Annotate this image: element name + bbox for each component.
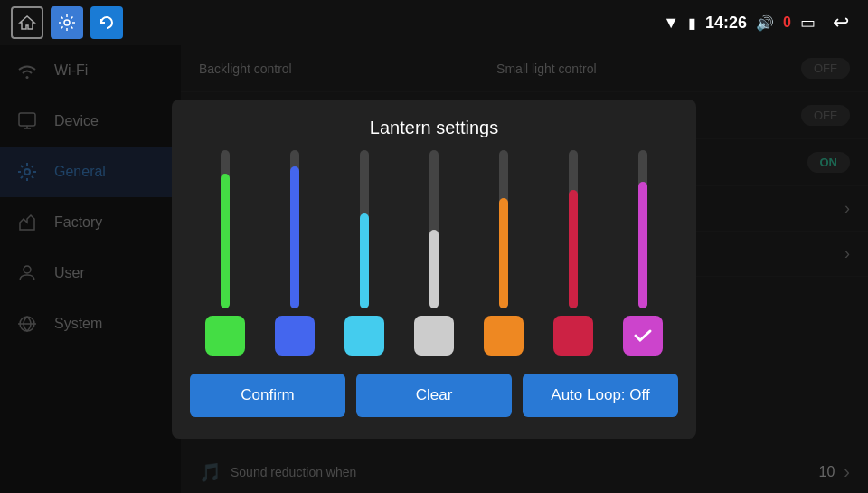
- refresh-icon-button[interactable]: [90, 6, 123, 39]
- home-button[interactable]: [11, 6, 43, 39]
- modal-overlay: Lantern settings: [0, 45, 868, 493]
- status-bar: ▼ ▮ 14:26 🔊 0 ▭ ↩: [0, 0, 868, 45]
- volume-number: 0: [783, 14, 791, 31]
- slider-cyan[interactable]: [337, 150, 392, 356]
- time-display: 14:26: [705, 14, 747, 33]
- modal-title: Lantern settings: [190, 118, 678, 138]
- buttons-row: Confirm Clear Auto Loop: Off: [190, 374, 678, 417]
- sliders-container: [190, 156, 678, 356]
- autoloop-button[interactable]: Auto Loop: Off: [523, 374, 678, 417]
- volume-icon: 🔊: [756, 14, 774, 32]
- slider-orange[interactable]: [476, 150, 531, 356]
- wifi-icon: ▼: [663, 14, 679, 33]
- slider-blue[interactable]: [268, 150, 322, 356]
- slider-white[interactable]: [407, 150, 461, 356]
- clear-button[interactable]: Clear: [356, 374, 512, 417]
- battery-icon: ▮: [688, 14, 696, 32]
- back-button[interactable]: ↩: [825, 6, 857, 39]
- slider-purple[interactable]: [616, 150, 670, 356]
- svg-point-0: [64, 20, 70, 25]
- settings-icon-button[interactable]: [51, 6, 83, 39]
- slider-red[interactable]: [546, 150, 600, 356]
- status-right: ▼ ▮ 14:26 🔊 0 ▭ ↩: [663, 6, 857, 39]
- confirm-button[interactable]: Confirm: [190, 374, 345, 417]
- slider-green[interactable]: [198, 150, 252, 356]
- lantern-settings-modal: Lantern settings: [172, 100, 696, 439]
- screen-icon: ▭: [800, 13, 816, 33]
- status-left: [11, 6, 123, 39]
